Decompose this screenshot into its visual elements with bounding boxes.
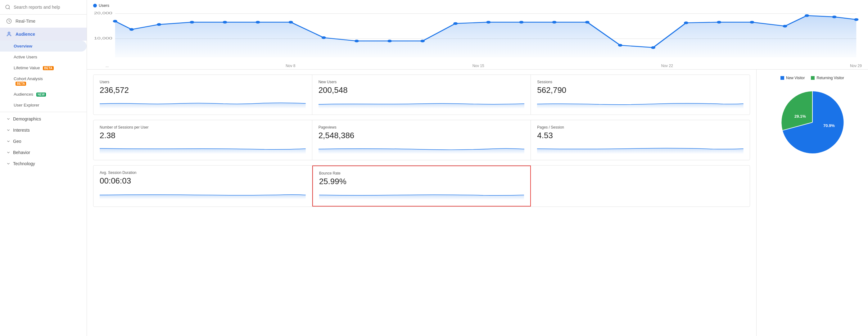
metric-card-empty [531, 165, 750, 207]
active-users-label: Active Users [14, 55, 37, 59]
audiences-label: Audiences [14, 92, 33, 97]
chevron-down-icon-geo [6, 139, 10, 144]
svg-point-17 [388, 40, 392, 42]
pie-section: New Visitor Returning Visitor [756, 69, 868, 336]
overview-label: Overview [14, 44, 32, 49]
date-label-0: ... [105, 64, 108, 68]
metric-card-bounce-rate: Bounce Rate 25.99% [312, 165, 531, 207]
date-label-4: Nov 29 [850, 64, 862, 68]
sidebar-item-audience[interactable]: Audience [0, 28, 87, 41]
svg-point-28 [750, 21, 754, 24]
pie-legend-returning-visitor: Returning Visitor [811, 76, 844, 80]
svg-line-1 [9, 8, 10, 9]
date-label-2: Nov 15 [472, 64, 484, 68]
sparkline-avg-session [100, 188, 306, 200]
demographics-label: Demographics [13, 117, 41, 121]
metric-label-users: Users [100, 80, 306, 84]
sidebar-nav: Real-Time Audience Overview Active Users… [0, 14, 87, 336]
sparkline-sessions-per-user [100, 143, 306, 154]
beta-badge-cohort: BETA [16, 82, 26, 86]
chevron-down-icon-interests [6, 128, 10, 132]
search-input[interactable] [14, 5, 82, 10]
new-badge-audiences: NEW [36, 93, 46, 97]
pie-chart-svg: 70.9% 29.1% [775, 85, 850, 160]
svg-point-13 [255, 21, 260, 24]
metrics-grid-row3: Avg. Session Duration 00:06:03 Bounce Ra… [93, 165, 750, 207]
svg-point-29 [783, 25, 787, 28]
pie-legend-label-new: New Visitor [786, 76, 805, 80]
svg-point-18 [420, 40, 425, 42]
clock-icon [6, 18, 12, 24]
metric-card-avg-session: Avg. Session Duration 00:06:03 [93, 165, 312, 207]
sidebar-item-lifetime-value[interactable]: Lifetime Value BETA [0, 62, 87, 73]
metric-label-pageviews: Pageviews [318, 125, 525, 129]
pie-label-returning-visitor: 29.1% [795, 114, 806, 119]
svg-point-0 [6, 5, 9, 9]
metric-label-pages-per-session: Pages / Session [537, 125, 744, 129]
metric-card-sessions-per-user: Number of Sessions per User 2.38 [93, 120, 312, 160]
metric-value-users: 236,572 [100, 85, 306, 95]
svg-point-25 [651, 46, 655, 49]
pie-legend-new-visitor: New Visitor [780, 76, 805, 80]
sidebar-section-behavior[interactable]: Behavior [0, 147, 87, 158]
chart-svg: 20,000 10,000 [93, 10, 862, 62]
metric-value-new-users: 200,548 [318, 85, 525, 95]
sidebar-item-audiences[interactable]: Audiences NEW [0, 89, 87, 100]
svg-point-24 [618, 44, 622, 47]
svg-point-31 [832, 16, 836, 18]
sidebar-item-cohort-analysis[interactable]: Cohort Analysis BETA [0, 73, 87, 89]
legend-dot-users [93, 4, 97, 7]
sidebar-item-user-explorer[interactable]: User Explorer [0, 100, 87, 111]
svg-point-10 [157, 23, 161, 26]
sparkline-users [100, 97, 306, 109]
sidebar-item-realtime-label: Real-Time [16, 19, 35, 24]
sidebar-section-geo[interactable]: Geo [0, 136, 87, 147]
geo-label: Geo [13, 139, 21, 144]
metric-value-bounce-rate: 25.99% [319, 177, 524, 186]
pie-chart-container: 70.9% 29.1% [775, 85, 850, 160]
sparkline-new-users [318, 97, 525, 109]
date-label-3: Nov 22 [661, 64, 673, 68]
chart-dates: ... Nov 8 Nov 15 Nov 22 Nov 29 [93, 62, 862, 69]
metric-value-avg-session: 00:06:03 [100, 176, 306, 186]
chevron-down-icon-demographics [6, 117, 10, 121]
lifetime-value-label: Lifetime Value [14, 65, 40, 70]
sidebar-item-active-users[interactable]: Active Users [0, 52, 87, 62]
sparkline-pageviews [318, 143, 525, 154]
svg-point-22 [552, 21, 557, 24]
sidebar-section-technology[interactable]: Technology [0, 158, 87, 169]
svg-point-26 [684, 22, 688, 24]
sidebar: Real-Time Audience Overview Active Users… [0, 0, 87, 336]
metrics-section: Users 236,572 New Users 200,548 [87, 69, 756, 336]
sparkline-bounce-rate [319, 189, 524, 200]
interests-label: Interests [13, 128, 30, 132]
svg-point-19 [453, 22, 458, 25]
svg-text:10,000: 10,000 [94, 36, 113, 40]
main-content: Users 20,000 10,000 [87, 0, 868, 336]
pie-legend-label-returning: Returning Visitor [816, 76, 844, 80]
search-icon [5, 4, 10, 10]
metric-card-sessions: Sessions 562,790 [531, 75, 750, 115]
metrics-grid-row2: Number of Sessions per User 2.38 Pagevie… [93, 120, 750, 160]
svg-point-20 [486, 21, 491, 24]
sidebar-item-realtime[interactable]: Real-Time [0, 14, 87, 28]
sparkline-sessions [537, 97, 744, 109]
pie-legend-color-new [780, 76, 784, 80]
metric-label-avg-session: Avg. Session Duration [100, 171, 306, 175]
divider-1 [0, 112, 87, 112]
search-bar[interactable] [0, 0, 87, 14]
svg-point-32 [854, 18, 858, 21]
sparkline-pages-per-session [537, 143, 744, 154]
sidebar-section-interests[interactable]: Interests [0, 124, 87, 136]
chevron-down-icon-behavior [6, 150, 10, 155]
sidebar-section-demographics[interactable]: Demographics [0, 113, 87, 124]
svg-point-14 [289, 21, 293, 24]
line-chart: 20,000 10,000 [93, 10, 862, 62]
cohort-analysis-label: Cohort Analysis [14, 77, 43, 81]
metric-label-bounce-rate: Bounce Rate [319, 171, 524, 176]
svg-point-21 [519, 21, 523, 24]
behavior-label: Behavior [13, 150, 30, 155]
user-explorer-label: User Explorer [14, 103, 39, 108]
sidebar-item-overview[interactable]: Overview [0, 41, 87, 52]
metric-value-sessions-per-user: 2.38 [100, 131, 306, 140]
